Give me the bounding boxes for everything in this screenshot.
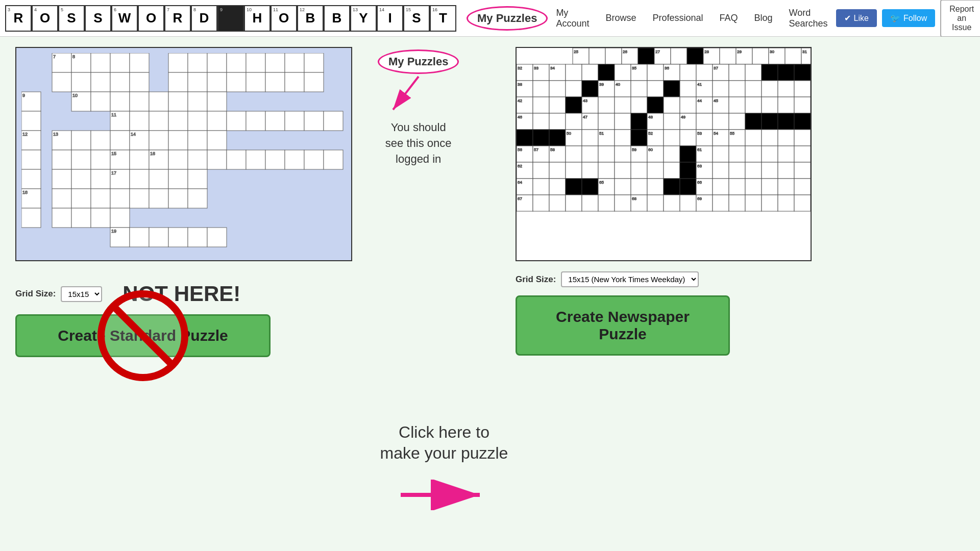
svg-text:15: 15 [111,151,116,156]
svg-rect-285 [549,162,566,179]
svg-rect-292 [664,162,680,179]
pink-right-arrow [398,480,490,510]
grid-size-label-right: Grid Size: [516,274,556,285]
nav-browse[interactable]: Browse [597,13,644,23]
my-puzzles-annotation-area: My Puzzles You shouldsee this oncelogged… [378,49,459,167]
nav-my-account[interactable]: My Account [548,8,597,29]
nav-word-searches[interactable]: Word Searches [781,8,836,29]
svg-rect-38 [207,92,227,111]
logo-cell: 13Y [350,5,377,32]
svg-rect-189 [794,81,811,97]
svg-rect-98 [91,189,110,208]
svg-rect-299 [762,162,778,179]
svg-rect-27 [304,72,324,92]
svg-text:40: 40 [616,82,620,87]
grid-size-select-left[interactable]: 15x15 13x13 21x21 [61,286,102,302]
svg-rect-173 [582,81,598,97]
svg-text:13: 13 [53,132,58,137]
svg-rect-7 [168,53,188,72]
annotation-arrow [388,74,439,115]
right-panel: 25 26 27 28 29 30 [516,47,965,541]
svg-rect-132 [687,48,703,64]
svg-rect-45 [188,111,207,131]
svg-rect-26 [285,72,304,92]
logo-cell: 12B [297,5,324,32]
svg-rect-13 [285,53,304,72]
my-puzzles-nav[interactable]: My Puzzles [467,6,548,31]
svg-text:62: 62 [518,164,522,168]
svg-rect-21 [188,72,207,92]
svg-rect-82 [304,150,324,169]
create-newspaper-button[interactable]: Create Newspaper Puzzle [516,295,730,356]
not-here-text: NOT HERE! [122,282,240,306]
svg-text:10: 10 [72,93,78,98]
svg-rect-159 [680,64,696,81]
svg-rect-152 [598,64,615,81]
svg-rect-281 [794,146,811,162]
svg-text:64: 64 [518,180,522,185]
svg-rect-37 [188,92,207,111]
create-standard-button[interactable]: Create Standard Puzzle [15,314,271,357]
svg-rect-131 [671,48,687,64]
svg-text:69: 69 [697,196,702,201]
svg-rect-115 [207,228,227,247]
svg-text:63: 63 [697,164,702,168]
svg-rect-135 [720,48,736,64]
svg-text:44: 44 [697,98,702,103]
svg-rect-273 [680,146,696,162]
svg-rect-214 [533,113,549,130]
svg-rect-278 [745,146,762,162]
left-panel: 7 8 [15,47,373,541]
svg-rect-43 [149,111,168,131]
svg-rect-16 [71,72,91,92]
svg-rect-224 [664,113,680,130]
svg-rect-234 [517,130,533,146]
svg-text:18: 18 [22,190,28,195]
svg-text:45: 45 [714,98,718,103]
svg-rect-14 [304,53,324,72]
report-button[interactable]: Report an Issue [940,0,980,37]
nav-professional[interactable]: Professional [644,13,711,23]
svg-text:16: 16 [150,151,155,156]
svg-rect-171 [549,81,566,97]
svg-text:38: 38 [518,82,522,87]
svg-rect-79 [246,150,265,169]
svg-rect-19 [130,72,149,92]
create-standard-wrap: Create Standard Puzzle [15,314,271,357]
svg-rect-49 [265,111,285,131]
logo-cell: S [85,5,111,32]
my-puzzles-annotation-circle: My Puzzles [378,49,459,74]
svg-rect-57 [71,131,91,150]
svg-rect-164 [745,64,762,81]
svg-rect-327 [566,195,582,211]
svg-rect-307 [582,179,598,195]
header: 3R 4O 5S S 6W O 7R 8D 9 10H 11O 12B B 13… [0,0,980,37]
svg-rect-335 [680,195,696,211]
svg-rect-185 [729,81,745,97]
grid-size-select-right[interactable]: 15x15 (New York Times Weekday) 21x21 (Ne… [561,271,699,287]
svg-rect-92 [168,169,188,189]
svg-text:53: 53 [697,131,702,136]
svg-rect-279 [762,146,778,162]
nav-faq[interactable]: FAQ [712,13,746,23]
svg-text:31: 31 [802,49,807,54]
svg-rect-256 [778,130,794,146]
svg-text:58: 58 [550,147,555,152]
svg-rect-229 [729,113,745,130]
svg-text:28: 28 [704,49,709,54]
svg-rect-24 [246,72,265,92]
svg-text:49: 49 [681,115,685,119]
like-button[interactable]: ✔ Like [836,9,877,27]
svg-rect-33 [110,92,130,111]
svg-rect-101 [149,189,168,208]
svg-text:37: 37 [714,66,718,70]
nav-blog[interactable]: Blog [746,13,781,23]
svg-rect-172 [566,81,582,97]
svg-text:25: 25 [574,49,578,54]
svg-rect-272 [664,146,680,162]
svg-rect-186 [745,81,762,97]
svg-rect-266 [598,146,615,162]
follow-button[interactable]: 🐦 Follow [882,9,935,27]
svg-text:14: 14 [131,132,136,137]
svg-rect-44 [168,111,188,131]
